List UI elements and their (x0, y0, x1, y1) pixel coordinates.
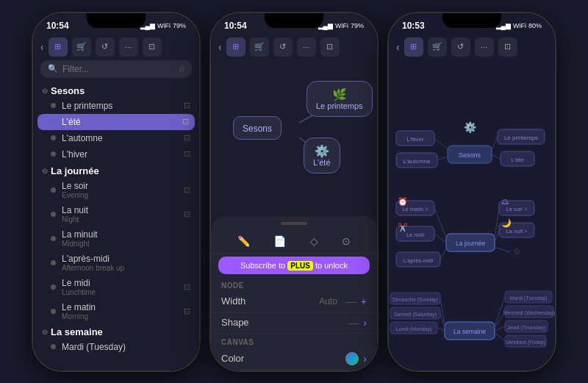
battery-icon: 79% (173, 22, 186, 29)
journee-chevron-icon: ⊖ (42, 167, 48, 175)
img-icon-matin: ⊡ (184, 307, 190, 316)
back-button-right[interactable]: ‹ (396, 41, 400, 53)
search-icon: 🔍 (48, 64, 58, 74)
nav-bar-left: ‹ ⊞ 🛒 ↺ ··· ⊡ (33, 34, 199, 60)
dot-minuit (51, 236, 56, 241)
shape-minus-button[interactable]: — (348, 317, 359, 329)
label-nuit: La nuit Night (62, 205, 178, 223)
node-section-label: NODE (211, 277, 377, 291)
dot-mardi (51, 344, 56, 349)
section-semaine[interactable]: ⊖ La semaine (33, 323, 199, 339)
svg-text:L'automne: L'automne (403, 158, 431, 165)
status-time-center: 10:54 (224, 21, 247, 31)
svg-line-15 (492, 154, 501, 159)
toolbar-doc-icon[interactable]: 📄 (268, 232, 292, 250)
width-plus-button[interactable]: + (361, 296, 367, 307)
svg-line-12 (437, 157, 448, 160)
list-item-printemps[interactable]: Le printemps ⊡ (33, 98, 199, 114)
left-screen: 10:54 ▂▄▆ WiFi 79% ‹ ⊞ 🛒 ↺ ··· ⊡ 🔍 (33, 13, 199, 371)
grid-view-center[interactable]: ⊞ (226, 37, 245, 57)
grid-view-button[interactable]: ⊞ (49, 37, 68, 57)
cart-center[interactable]: 🛒 (250, 37, 269, 57)
center-node-label: Sesons (243, 124, 272, 134)
toolbar-link-icon[interactable]: ⊙ (336, 232, 356, 250)
spring-node[interactable]: 🌿 Le printemps (306, 81, 373, 117)
phone-center: 10:54 ▂▄▆ WiFi 79% ‹ ⊞ 🛒 ↺ ··· ⊡ (209, 12, 379, 372)
img-icon-hiver: ⊡ (184, 149, 190, 159)
svg-text:Le soir >: Le soir > (506, 206, 528, 212)
list-item-midi[interactable]: Le midi Lunchtime ⊡ (33, 275, 199, 299)
sublabel-apres-midi: Afternoon break up (62, 264, 190, 272)
label-automne: L'automne (62, 133, 178, 143)
refresh-right[interactable]: ↺ (451, 37, 470, 57)
grid-view-right[interactable]: ⊞ (404, 37, 423, 57)
spring-label: Le printemps (316, 101, 363, 110)
svg-text:Samedi (Saturday): Samedi (Saturday) (394, 312, 437, 318)
panel-toolbar: ✏️ 📄 ◇ ⊙ (211, 229, 377, 254)
battery-icon-c: 79% (351, 22, 364, 29)
search-clear-icon[interactable]: ⊙ (179, 65, 184, 73)
cart-right[interactable]: 🛒 (428, 37, 447, 57)
list-item-minuit[interactable]: La minuit Midnight (33, 226, 199, 251)
list-item-mardi[interactable]: Mardi (Tuesday) (33, 339, 199, 355)
svg-line-35 (495, 247, 510, 252)
layout-right[interactable]: ⊡ (498, 37, 517, 57)
toolbar-pen-icon[interactable]: ✏️ (232, 232, 256, 250)
list-item-nuit[interactable]: La nuit Night ⊡ (33, 202, 199, 226)
summer-node[interactable]: ⚙️ L'été (304, 137, 340, 173)
svg-line-9 (492, 137, 498, 149)
width-minus-button[interactable]: — (346, 296, 356, 307)
dot-printemps (51, 103, 56, 108)
back-button-center[interactable]: ‹ (218, 41, 222, 53)
svg-text:🌙: 🌙 (501, 218, 512, 228)
svg-text:⏰: ⏰ (398, 196, 408, 207)
toolbar-shape-icon[interactable]: ◇ (304, 232, 324, 250)
shape-controls: — › (348, 317, 367, 329)
search-input[interactable] (62, 64, 174, 74)
refresh-button[interactable]: ↺ (96, 37, 115, 57)
shape-label: Shape (221, 317, 348, 328)
shape-chevron-icon[interactable]: › (363, 317, 367, 329)
section-journee[interactable]: ⊖ La journée (33, 162, 199, 178)
center-mindmap-node[interactable]: Sesons (233, 116, 282, 140)
plus-badge: PLUS (287, 261, 313, 271)
list-item-automne[interactable]: L'automne ⊡ (33, 130, 199, 146)
svg-line-46 (437, 328, 445, 331)
color-swatch[interactable] (345, 352, 359, 365)
color-chevron-icon[interactable]: › (363, 353, 367, 365)
list-item-apres-midi[interactable]: L'après-midi Afternoon break up (33, 251, 199, 275)
svg-text:Lundi (Monday): Lundi (Monday) (396, 326, 432, 332)
sublabel-matin: Morning (62, 312, 178, 321)
img-icon-soir: ⊡ (184, 185, 190, 195)
shape-row: Shape — › (211, 312, 377, 334)
dot-hiver (51, 151, 56, 157)
list-item-soir[interactable]: Le soir Evening ⊡ (33, 178, 199, 202)
svg-text:🕰: 🕰 (501, 197, 509, 206)
svg-text:La nuit >: La nuit > (506, 228, 528, 235)
list-item-matin[interactable]: Le matin Morning ⊡ (33, 299, 199, 323)
subscribe-bar[interactable]: Subscribe to PLUS to unlock (218, 257, 370, 274)
notch-left (87, 13, 146, 28)
color-label: Color (221, 353, 345, 364)
layout-button[interactable]: ⊡ (143, 37, 162, 57)
img-icon-printemps: ⊡ (184, 101, 190, 110)
list-item-ete[interactable]: L'été ⊡ (37, 114, 195, 130)
cart-button[interactable]: 🛒 (72, 37, 91, 57)
more-button[interactable]: ··· (119, 37, 138, 57)
width-label: Width (221, 296, 319, 307)
mindmap-area: 🌿 Le printemps Sesons ⚙️ L'été (211, 60, 377, 207)
list-item-hiver[interactable]: L'hiver ⊡ (33, 146, 199, 162)
phone-right: 10:53 ▂▄▆ WiFi 80% ‹ ⊞ 🛒 ↺ ··· ⊡ (387, 12, 556, 372)
more-center[interactable]: ··· (297, 37, 316, 57)
back-button-left[interactable]: ‹ (40, 41, 44, 53)
layout-center[interactable]: ⊡ (320, 37, 340, 57)
notch-center (265, 13, 323, 28)
sublabel-minuit: Midnight (62, 240, 190, 248)
section-sesons[interactable]: ⊖ Sesons (33, 82, 199, 98)
svg-text:La semaine: La semaine (453, 328, 486, 335)
sublabel-soir: Evening (62, 191, 178, 199)
dot-soir (51, 187, 56, 193)
more-right[interactable]: ··· (475, 37, 494, 57)
nav-bar-center: ‹ ⊞ 🛒 ↺ ··· ⊡ (211, 34, 377, 60)
refresh-center[interactable]: ↺ (273, 37, 293, 57)
